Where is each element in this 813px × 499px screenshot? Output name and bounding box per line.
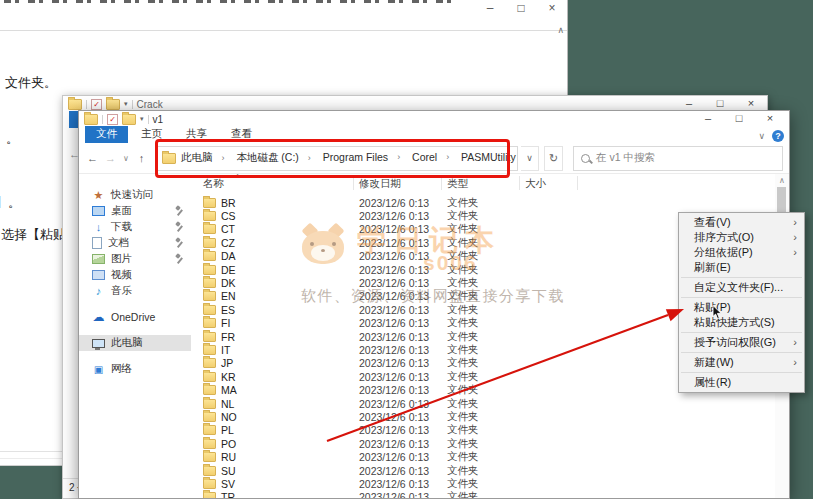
- menu-item[interactable]: 刷新(E): [679, 260, 804, 275]
- file-name: IT: [221, 344, 230, 356]
- file-name: RU: [221, 451, 236, 463]
- back-button[interactable]: ←: [85, 152, 100, 164]
- submenu-arrow-icon: ›: [793, 335, 797, 350]
- maximize-button[interactable]: □: [514, 1, 528, 15]
- document-icon: [92, 237, 102, 249]
- ribbon-tab[interactable]: 文件: [85, 126, 128, 143]
- column-header-name[interactable]: 名称: [191, 176, 354, 190]
- ribbon-collapse-icon[interactable]: ∨: [758, 131, 765, 141]
- ribbon-tab[interactable]: 共享: [175, 126, 218, 143]
- search-input[interactable]: 在 v1 中搜索: [573, 146, 783, 171]
- chevron-down-icon[interactable]: ▾: [140, 115, 144, 123]
- table-row[interactable]: RU 2023/12/6 0:13 文件夹: [191, 450, 775, 463]
- chevron-right-icon: ›: [222, 153, 225, 163]
- file-type: 文件夹: [442, 330, 520, 344]
- scroll-up-icon[interactable]: ∧: [775, 176, 789, 185]
- sidebar-item[interactable]: 桌面: [79, 203, 191, 219]
- folder-icon: [106, 99, 120, 110]
- recent-locations-icon[interactable]: ∨: [121, 154, 131, 163]
- close-button[interactable]: ×: [545, 1, 559, 15]
- ribbon-tab[interactable]: 查看: [220, 126, 263, 143]
- context-menu: 查看(V) › 排序方式(O) › 分组依据(P) › 刷新(E) 自定义文: [678, 212, 805, 393]
- folder-icon: [203, 372, 216, 382]
- table-row[interactable]: BR 2023/12/6 0:13 文件夹: [191, 196, 775, 209]
- file-date: 2023/12/6 0:13: [354, 371, 442, 383]
- minimize-button[interactable]: –: [483, 1, 497, 15]
- file-date: 2023/12/6 0:13: [354, 264, 442, 276]
- ribbon-tab[interactable]: 主页: [130, 126, 173, 143]
- help-icon[interactable]: ?: [772, 130, 784, 142]
- menu-item[interactable]: 分组依据(P) ›: [679, 245, 804, 260]
- breadcrumb-item[interactable]: Program Files›: [323, 151, 400, 163]
- sidebar-item[interactable]: 视频: [79, 267, 191, 283]
- table-row[interactable]: SU 2023/12/6 0:13 文件夹: [191, 464, 775, 477]
- file-date: 2023/12/6 0:13: [354, 237, 442, 249]
- table-row[interactable]: PL 2023/12/6 0:13 文件夹: [191, 424, 775, 437]
- table-row[interactable]: SV 2023/12/6 0:13 文件夹: [191, 477, 775, 490]
- table-row[interactable]: TR 2023/12/6 0:13 文件夹: [191, 491, 775, 498]
- sidebar-item[interactable]: 网络: [79, 361, 191, 377]
- column-header-size[interactable]: 大小: [520, 176, 578, 190]
- menu-item-label: 自定义文件夹(F)...: [694, 281, 783, 293]
- chevron-down-icon[interactable]: ▾: [124, 100, 128, 108]
- menu-item[interactable]: 排序方式(O) ›: [679, 230, 804, 245]
- refresh-icon[interactable]: ↻: [544, 146, 563, 171]
- close-button[interactable]: ×: [763, 112, 777, 124]
- red-check-icon[interactable]: ✓: [91, 99, 102, 110]
- file-name: ES: [221, 304, 235, 316]
- file-date: 2023/12/6 0:13: [354, 210, 442, 222]
- menu-item[interactable]: 查看(V) ›: [679, 215, 804, 230]
- sidebar-item[interactable]: 快速访问: [79, 187, 191, 203]
- column-header-type[interactable]: 类型: [442, 176, 520, 190]
- file-name: JP: [221, 357, 233, 369]
- file-date: 2023/12/6 0:13: [354, 357, 442, 369]
- menu-item[interactable]: 属性(R): [679, 375, 804, 390]
- table-row[interactable]: PO 2023/12/6 0:13 文件夹: [191, 437, 775, 450]
- table-row[interactable]: NL 2023/12/6 0:13 文件夹: [191, 397, 775, 410]
- red-check-icon[interactable]: ✓: [107, 114, 118, 125]
- forward-button[interactable]: →: [103, 152, 118, 164]
- table-row[interactable]: NO 2023/12/6 0:13 文件夹: [191, 410, 775, 423]
- menu-item[interactable]: 新建(W) ›: [679, 355, 804, 370]
- sidebar-item[interactable]: 图片: [79, 251, 191, 267]
- address-bar[interactable]: 此电脑› 本地磁盘 (C:)› Program Files› Corel› PA…: [156, 146, 518, 171]
- sidebar-item[interactable]: 音乐: [79, 283, 191, 299]
- minimize-button[interactable]: –: [682, 97, 696, 109]
- sidebar-item[interactable]: 下载: [79, 219, 191, 235]
- file-name: SV: [221, 478, 235, 490]
- menu-item[interactable]: 授予访问权限(G) ›: [679, 335, 804, 350]
- submenu-arrow-icon: ›: [793, 245, 797, 260]
- sidebar-item[interactable]: 此电脑: [79, 335, 191, 351]
- submenu-arrow-icon: ›: [793, 215, 797, 230]
- file-type: 文件夹: [442, 263, 520, 277]
- menu-item[interactable]: 粘贴(P): [679, 300, 804, 315]
- pin-icon: [175, 223, 183, 231]
- breadcrumb-item[interactable]: 此电脑›: [181, 151, 225, 165]
- up-button[interactable]: ↑: [134, 152, 149, 164]
- minimize-button[interactable]: –: [701, 112, 715, 124]
- maximize-button[interactable]: □: [713, 97, 727, 109]
- chevron-right-icon: ›: [446, 152, 449, 162]
- folder-icon: [203, 238, 216, 248]
- breadcrumb-item[interactable]: 本地磁盘 (C:)›: [236, 151, 310, 165]
- navigation-bar: ← → ∨ ↑ 此电脑› 本地磁盘 (C:)› Program Files› C…: [79, 143, 789, 174]
- pin-icon: [175, 255, 183, 263]
- menu-separator: [681, 352, 802, 353]
- menu-item[interactable]: 自定义文件夹(F)...: [679, 280, 804, 295]
- breadcrumb-item[interactable]: Corel›: [412, 151, 449, 163]
- sidebar-item[interactable]: 文档: [79, 235, 191, 251]
- breadcrumb-item[interactable]: PASMUtility›: [461, 151, 518, 163]
- file-name: PO: [221, 438, 236, 450]
- download-icon: [92, 221, 105, 233]
- address-dropdown-icon[interactable]: ∨: [521, 146, 539, 171]
- file-name: DA: [221, 250, 236, 262]
- close-button[interactable]: ×: [744, 97, 758, 109]
- maximize-button[interactable]: □: [732, 112, 746, 124]
- menu-item[interactable]: 粘贴快捷方式(S): [679, 315, 804, 330]
- column-header-date[interactable]: 修改日期: [354, 176, 442, 190]
- pin-icon: [175, 207, 183, 215]
- folder-icon: [122, 114, 136, 125]
- scroll-up-icon[interactable]: ∧: [557, 25, 564, 35]
- sidebar-item[interactable]: OneDrive: [79, 309, 191, 325]
- document-text-fragment: 】文件夹。: [0, 74, 57, 92]
